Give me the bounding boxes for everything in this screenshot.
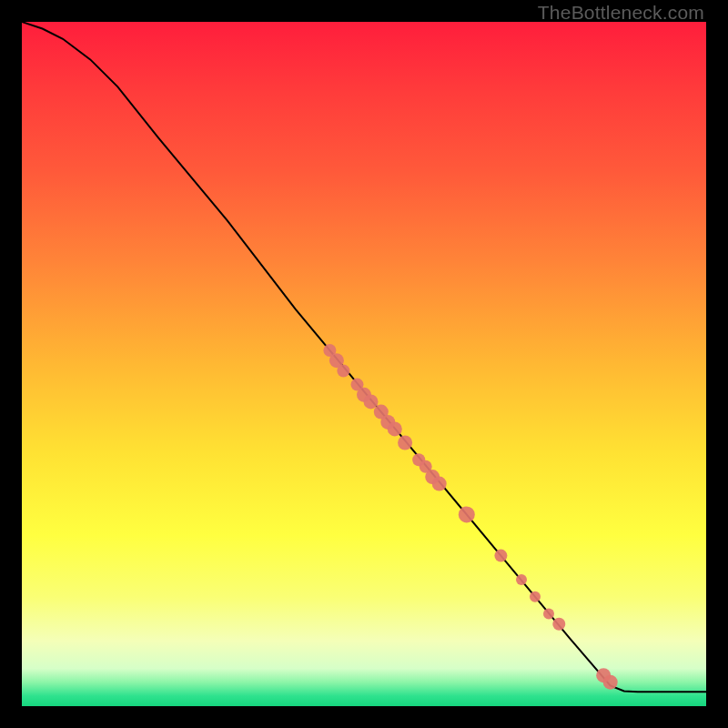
watermark-text: TheBottleneck.com	[538, 2, 704, 24]
scatter-point	[552, 618, 565, 631]
scatter-point	[459, 506, 475, 522]
scatter-point	[603, 675, 618, 690]
scatter-point	[543, 609, 554, 620]
scatter-point	[516, 574, 527, 585]
scatter-point	[337, 365, 349, 378]
chart-svg	[22, 22, 706, 706]
scatter-point	[530, 592, 541, 602]
chart-frame	[22, 22, 706, 706]
scatter-point	[388, 421, 402, 436]
scatter-point	[494, 550, 507, 562]
chart-background	[22, 22, 706, 706]
scatter-point	[398, 436, 412, 450]
scatter-point	[432, 477, 447, 491]
